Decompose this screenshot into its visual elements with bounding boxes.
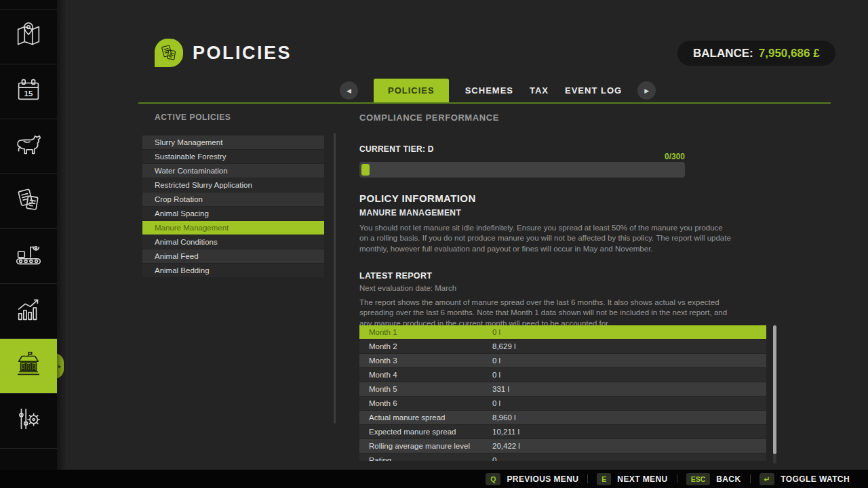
policies-app-icon <box>155 39 183 67</box>
hint-back[interactable]: ESCBACK <box>677 473 750 485</box>
policy-list-item[interactable]: Slurry Management <box>142 136 324 149</box>
calendar-icon: 15 <box>13 75 44 108</box>
key-badge: ↵ <box>760 473 775 485</box>
report-table-row[interactable]: Rating0 <box>359 453 766 461</box>
policy-list-item[interactable]: Crop Rotation <box>142 192 324 206</box>
map-icon <box>13 20 44 54</box>
page-title: POLICIES <box>193 43 292 64</box>
report-row-value: 0 l <box>492 354 766 367</box>
policy-list-item[interactable]: Water Contamination <box>142 164 324 178</box>
report-row-label: Rolling average manure level <box>359 439 492 453</box>
report-table-row[interactable]: Rolling average manure level20,422 l <box>359 439 766 453</box>
documents-icon <box>158 42 180 64</box>
documents-icon <box>13 184 44 218</box>
latest-report-heading: LATEST REPORT <box>359 271 432 281</box>
report-row-label: Month 6 <box>359 396 492 410</box>
svg-text:15: 15 <box>24 89 33 98</box>
tab-policies[interactable]: POLICIES <box>374 79 449 102</box>
policy-list-item[interactable]: Animal Feed <box>142 249 324 263</box>
balance-label: BALANCE: <box>693 47 753 60</box>
report-row-label: Month 5 <box>359 382 492 396</box>
report-row-value: 331 l <box>492 382 766 396</box>
compliance-score: 0/300 <box>359 152 685 161</box>
tab-event-log[interactable]: EVENT LOG <box>565 85 622 96</box>
report-table-row[interactable]: Month 28,629 l <box>359 340 766 353</box>
report-row-value: 8,960 l <box>492 411 766 424</box>
policy-list-item[interactable]: Animal Conditions <box>142 235 324 249</box>
production-icon <box>13 239 44 273</box>
report-row-value: 0 <box>492 453 766 461</box>
hint-toggle-watch[interactable]: ↵TOGGLE WATCH <box>751 473 859 485</box>
report-table-row[interactable]: Month 30 l <box>359 354 766 367</box>
report-row-label: Expected manure spread <box>359 425 492 439</box>
sidebar-item-settings[interactable]: ▸ <box>0 394 57 449</box>
report-table-row[interactable]: Month 10 l <box>359 325 766 339</box>
settings-icon <box>13 404 44 438</box>
statistics-icon <box>13 294 44 328</box>
cow-icon <box>13 129 44 163</box>
report-table-row[interactable]: Month 40 l <box>359 368 766 382</box>
report-row-value: 10,211 l <box>492 425 766 439</box>
report-table-row[interactable]: Actual manure spread8,960 l <box>359 411 766 424</box>
compliance-progress-fill <box>361 164 370 176</box>
report-row-label: Month 3 <box>359 354 492 367</box>
active-policies-list: Slurry ManagementSustainable ForestryWat… <box>142 136 324 278</box>
sidebar-item-production[interactable]: ▸ <box>0 229 57 284</box>
tab-tax[interactable]: TAX <box>530 85 549 96</box>
key-badge: Q <box>486 473 500 485</box>
report-row-value: 20,422 l <box>492 439 766 453</box>
report-table-row[interactable]: Month 60 l <box>359 396 766 410</box>
tab-underline <box>138 102 831 104</box>
compliance-heading: COMPLIANCE PERFORMANCE <box>359 113 499 123</box>
report-table-row[interactable]: Expected manure spread10,211 l <box>359 425 766 439</box>
compliance-progress-bar <box>359 162 685 178</box>
policy-description: You should not let manure sit idle indef… <box>359 223 731 254</box>
report-row-label: Actual manure spread <box>359 411 492 424</box>
policy-list-item[interactable]: Sustainable Forestry <box>142 150 324 163</box>
tab-schemes[interactable]: SCHEMES <box>465 85 513 96</box>
report-table: Month 10 lMonth 28,629 lMonth 30 lMonth … <box>359 325 766 461</box>
footer-bar: QPREVIOUS MENUENEXT MENUESCBACK↵TOGGLE W… <box>0 470 868 488</box>
policy-list-item[interactable]: Animal Bedding <box>142 264 324 277</box>
key-badge: ESC <box>686 473 711 485</box>
next-evaluation-date: Next evaluation date: March <box>359 284 456 292</box>
hint-next-menu[interactable]: ENEXT MENU <box>588 473 676 485</box>
report-row-label: Month 1 <box>359 325 492 339</box>
policies-screen: ▸ 15 ▸ ▸ <box>0 0 868 488</box>
report-row-value: 0 l <box>492 368 766 382</box>
policy-information-heading: POLICY INFORMATION <box>359 192 476 204</box>
sidebar-item-finances[interactable]: ▸ <box>0 339 57 394</box>
prev-tab-button[interactable]: ◀ <box>340 81 358 100</box>
hint-label: PREVIOUS MENU <box>507 474 578 484</box>
report-row-value: 0 l <box>492 325 766 339</box>
tab-bar: ◀ POLICIESSCHEMESTAXEVENT LOG ▶ <box>340 79 656 102</box>
balance-pill: BALANCE: 7,950,686 £ <box>677 41 835 66</box>
next-tab-button[interactable]: ▶ <box>637 81 656 100</box>
sidebar-item-contracts[interactable]: ▸ <box>0 174 57 229</box>
active-policies-heading: ACTIVE POLICIES <box>155 113 231 122</box>
tab-list: POLICIESSCHEMESTAXEVENT LOG <box>374 79 622 102</box>
report-scrollbar-thumb[interactable] <box>773 325 776 454</box>
sidebar-stub-top <box>0 0 57 9</box>
sidebar-item-calendar[interactable]: 15 ▸ <box>0 64 57 119</box>
hint-label: TOGGLE WATCH <box>781 474 850 484</box>
report-row-label: Rating <box>359 453 492 461</box>
policy-list-item[interactable]: Manure Management <box>142 221 324 235</box>
report-table-row[interactable]: Month 5331 l <box>359 382 766 396</box>
policy-list-item[interactable]: Animal Spacing <box>142 207 324 220</box>
report-description: The report shows the amount of manure sp… <box>359 298 731 329</box>
report-row-label: Month 2 <box>359 340 492 353</box>
hint-label: BACK <box>716 474 741 484</box>
policy-list-scrollbar[interactable] <box>334 133 336 424</box>
sidebar-item-statistics[interactable]: ▸ <box>0 284 57 339</box>
hint-previous-menu[interactable]: QPREVIOUS MENU <box>477 473 587 485</box>
report-row-label: Month 4 <box>359 368 492 382</box>
hint-label: NEXT MENU <box>617 474 667 484</box>
sidebar-item-map[interactable]: ▸ <box>0 9 57 64</box>
sidebar-item-animals[interactable]: ▸ <box>0 119 57 174</box>
policy-list-item[interactable]: Restricted Slurry Application <box>142 178 324 192</box>
chevron-right-icon: ▶ <box>644 87 649 94</box>
report-row-value: 0 l <box>492 396 766 410</box>
sidebar: ▸ 15 ▸ ▸ <box>0 0 57 470</box>
policy-name: MANURE MANAGEMENT <box>359 208 461 218</box>
